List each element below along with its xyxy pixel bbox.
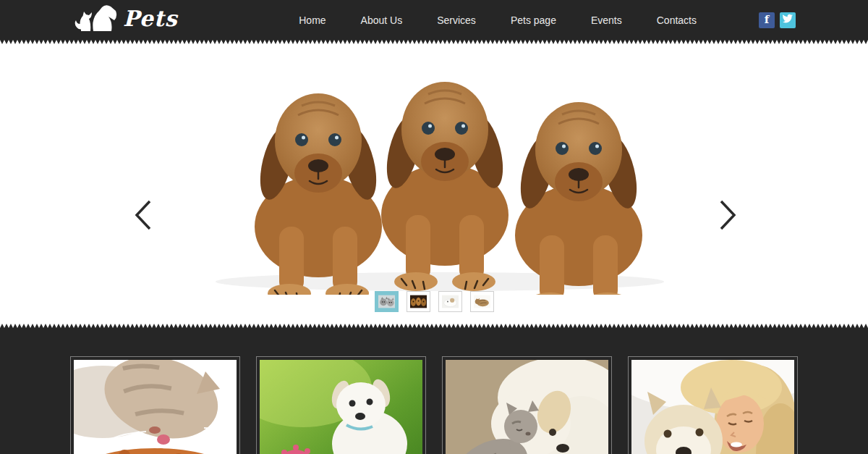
section-zigzag-edge xyxy=(0,324,868,328)
gallery-card-cat-eating-food[interactable] xyxy=(70,356,240,454)
twitter-button[interactable] xyxy=(780,12,796,28)
page: Pets Home About Us Services Pets page Ev… xyxy=(0,0,868,454)
nav-item-contacts[interactable]: Contacts xyxy=(639,7,714,33)
dog-and-kitten-image xyxy=(446,360,608,454)
thumbnail-three-puppies[interactable] xyxy=(407,291,430,312)
gallery-section xyxy=(0,328,868,454)
social-links: f xyxy=(759,12,796,28)
next-slide-button[interactable] xyxy=(715,198,740,232)
facebook-button[interactable]: f xyxy=(759,12,775,28)
header: Pets Home About Us Services Pets page Ev… xyxy=(0,0,868,40)
chevron-left-icon xyxy=(131,198,156,232)
header-zigzag-edge xyxy=(0,40,868,44)
gallery-card-white-puppy-on-grass[interactable] xyxy=(256,356,426,454)
logo-text: Pets xyxy=(123,8,178,33)
hero-slider xyxy=(0,44,868,324)
nav-item-home[interactable]: Home xyxy=(281,7,343,33)
nav-item-services[interactable]: Services xyxy=(420,7,493,33)
nav-item-pets-page[interactable]: Pets page xyxy=(493,7,574,33)
thumbnail-two-kittens-image xyxy=(378,295,395,308)
cat-eating-food-image xyxy=(74,360,237,454)
twitter-bird-icon xyxy=(782,14,793,27)
nav-item-events[interactable]: Events xyxy=(574,7,639,33)
cat-dog-silhouettes-icon xyxy=(71,4,119,36)
logo[interactable]: Pets xyxy=(71,4,178,36)
main-nav: Home About Us Services Pets page Events … xyxy=(281,7,714,33)
chevron-right-icon xyxy=(715,198,740,232)
thumbnail-white-dog[interactable] xyxy=(438,291,462,312)
thumbnail-white-dog-image xyxy=(442,295,459,308)
prev-slide-button[interactable] xyxy=(131,198,156,232)
gallery-card-woman-with-dog[interactable] xyxy=(628,356,798,454)
gallery-card-dog-and-kitten[interactable] xyxy=(442,356,612,454)
slider-thumbnails xyxy=(0,291,868,312)
slide-image-three-brown-puppies xyxy=(174,49,694,295)
thumbnail-tabby-cat[interactable] xyxy=(470,291,494,312)
woman-with-dog-image xyxy=(631,360,794,454)
facebook-icon: f xyxy=(765,14,769,25)
thumbnail-three-puppies-image xyxy=(410,295,427,308)
thumbnail-tabby-cat-image xyxy=(474,295,490,308)
nav-item-about-us[interactable]: About Us xyxy=(344,7,420,33)
white-puppy-on-grass-image xyxy=(260,360,422,454)
thumbnail-two-kittens[interactable] xyxy=(375,291,399,312)
gallery-cards xyxy=(0,328,868,454)
